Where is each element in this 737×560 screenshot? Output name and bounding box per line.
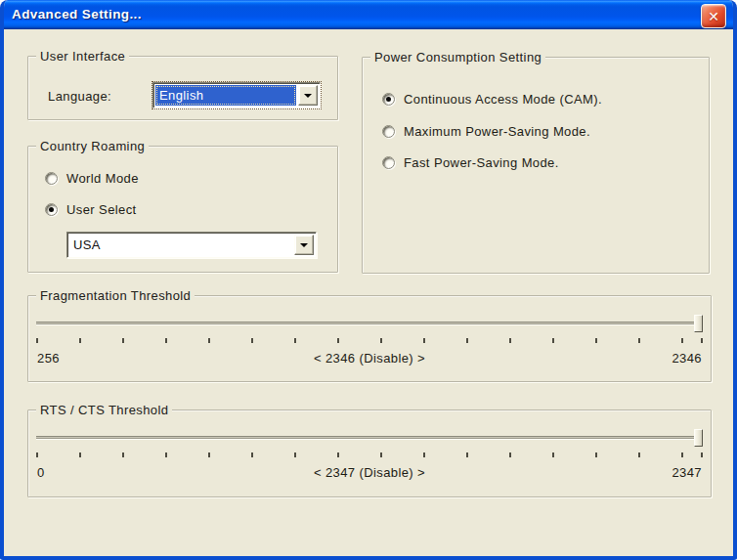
tick-mark (251, 338, 253, 343)
radio-button-world-mode[interactable] (45, 172, 58, 185)
close-icon: ✕ (708, 10, 719, 23)
titlebar: Advanced Setting... ✕ (0, 0, 737, 29)
tick-mark (423, 452, 425, 457)
tick-mark (165, 338, 167, 343)
tick-mark (122, 452, 124, 457)
tick-mark (595, 452, 597, 457)
tick-mark (251, 452, 253, 457)
tick-mark (165, 452, 167, 457)
fragmentation-slider-track[interactable] (36, 322, 703, 324)
country-combobox-value: USA (69, 235, 292, 255)
group-fragmentation-legend: Fragmentation Threshold (36, 288, 195, 303)
tick-mark (509, 338, 511, 343)
country-combobox[interactable]: USA (66, 232, 317, 258)
radio-button-max-power-saving[interactable] (382, 125, 395, 138)
radio-label-max-power-saving[interactable]: Maximum Power-Saving Mode. (404, 124, 590, 139)
language-dropdown-button[interactable] (298, 85, 318, 106)
window-title: Advanced Setting... (12, 7, 142, 22)
tick-mark (337, 338, 339, 343)
group-fragmentation-threshold: Fragmentation Threshold 256 < 2346 (Disa… (27, 295, 712, 382)
tick-mark (208, 452, 210, 457)
tick-mark (552, 338, 554, 343)
tick-mark (122, 338, 124, 343)
radio-option-max-power-saving[interactable]: Maximum Power-Saving Mode. (382, 124, 590, 139)
rts-cts-slider-track[interactable] (36, 436, 703, 439)
group-power-consumption: Power Consumption Setting Continuous Acc… (362, 57, 710, 274)
tick-mark (595, 338, 597, 343)
group-country-roaming: Country Roaming World Mode User Select U… (27, 146, 338, 273)
tick-mark (552, 452, 554, 457)
radio-label-fast-power-saving[interactable]: Fast Power-Saving Mode. (404, 155, 559, 170)
tick-mark (681, 338, 683, 343)
rts-cts-slider-ticks (36, 452, 703, 457)
tick-mark (337, 452, 339, 457)
radio-option-cam[interactable]: Continuous Access Mode (CAM). (382, 92, 602, 107)
fragmentation-slider-ticks (36, 338, 703, 343)
tick-mark (294, 338, 296, 343)
tick-mark (466, 452, 468, 457)
tick-mark (79, 338, 81, 343)
tick-mark (36, 452, 38, 457)
tick-mark (638, 338, 640, 343)
radio-option-fast-power-saving[interactable]: Fast Power-Saving Mode. (382, 155, 559, 170)
tick-mark (509, 452, 511, 457)
fragmentation-slider-thumb[interactable] (694, 315, 703, 332)
radio-button-user-select[interactable] (45, 203, 58, 216)
tick-mark (701, 338, 703, 343)
group-rts-cts-legend: RTS / CTS Threshold (36, 403, 172, 417)
dropdown-arrow-icon (304, 94, 312, 98)
tick-mark (380, 452, 382, 457)
group-user-interface-legend: User Interface (36, 49, 129, 64)
tick-mark (208, 338, 210, 343)
tick-mark (36, 338, 38, 343)
rts-cts-max-label: 2347 (672, 465, 702, 480)
close-button[interactable]: ✕ (701, 4, 726, 28)
rts-cts-value-label: < 2347 (Disable) > (28, 465, 711, 480)
tick-mark (423, 338, 425, 343)
tick-mark (638, 452, 640, 457)
radio-option-world-mode[interactable]: World Mode (45, 171, 139, 186)
group-power-consumption-legend: Power Consumption Setting (370, 50, 545, 65)
dropdown-arrow-icon (300, 243, 308, 247)
language-combobox[interactable]: English (152, 82, 321, 108)
dialog-client-area: User Interface Language: English Country… (4, 29, 733, 556)
tick-mark (79, 452, 81, 457)
language-label: Language: (48, 89, 111, 104)
country-dropdown-button[interactable] (294, 235, 314, 255)
group-rts-cts-threshold: RTS / CTS Threshold 0 < 2347 (Disable) >… (27, 409, 712, 497)
fragmentation-max-label: 2346 (672, 351, 702, 366)
group-country-roaming-legend: Country Roaming (36, 139, 149, 153)
tick-mark (294, 452, 296, 457)
radio-option-user-select[interactable]: User Select (45, 202, 137, 217)
advanced-setting-dialog: Advanced Setting... ✕ User Interface Lan… (0, 0, 737, 560)
tick-mark (681, 452, 683, 457)
tick-mark (466, 338, 468, 343)
group-user-interface: User Interface Language: English (27, 56, 338, 120)
language-combobox-value: English (155, 85, 296, 106)
radio-button-fast-power-saving[interactable] (382, 156, 395, 169)
rts-cts-slider-thumb[interactable] (694, 429, 703, 447)
tick-mark (701, 452, 703, 457)
fragmentation-value-label: < 2346 (Disable) > (28, 351, 711, 366)
radio-label-world-mode[interactable]: World Mode (66, 171, 139, 186)
tick-mark (380, 338, 382, 343)
radio-label-cam[interactable]: Continuous Access Mode (CAM). (404, 92, 602, 107)
radio-button-cam[interactable] (382, 93, 395, 106)
radio-label-user-select[interactable]: User Select (66, 202, 137, 217)
